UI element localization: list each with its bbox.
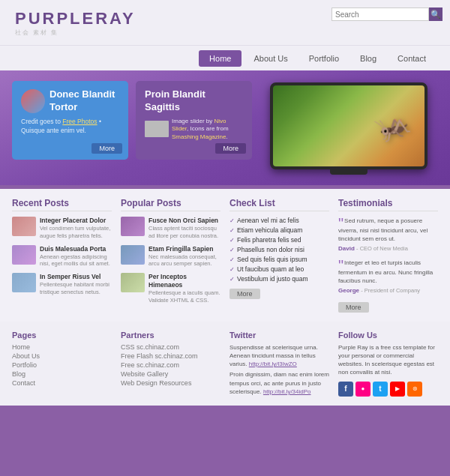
pop-1-text: Class aptent taciti sociosqu ad litore p… [148, 225, 220, 240]
tv-frame: 🦗 [270, 82, 428, 169]
check-item-4: ✓Phasellus non dolor nisi [230, 246, 329, 253]
twitter-text-2: Proin dignissim, diam nac enim lorem tem… [230, 370, 329, 396]
hero-card-2: Proin Blandit Sagittis Image slider by N… [136, 81, 252, 160]
footer-page-blog[interactable]: Blog [12, 370, 112, 378]
footer-pages: Pages Home About Us Portfolio Blog Conta… [12, 331, 112, 397]
logo-sub: 社会 素材 集 [15, 28, 136, 37]
twitter-icon[interactable]: t [373, 382, 388, 397]
footer-twitter-title: Twitter [230, 331, 329, 340]
checklist-title: Check List [230, 198, 329, 211]
post-1-text: Vel condimen tum vulputate, augue felis … [40, 225, 112, 240]
hero-card-2-thumb [145, 121, 169, 137]
nav-item-blog[interactable]: Blog [351, 50, 386, 67]
footer-partner-1[interactable]: CSS sc.chinaz.com [121, 343, 220, 351]
twitter-text-1: Suspendisse at scelerisque urna. Aenean … [230, 343, 329, 369]
footer-page-home[interactable]: Home [12, 343, 112, 351]
hero-card-2-text: Image slider by Nivo Slider, Icons are f… [172, 118, 243, 141]
checklist-more-button[interactable]: More [230, 289, 260, 299]
nav-item-home[interactable]: Home [199, 50, 242, 67]
hero-tv: 🦗 [260, 81, 438, 175]
recent-posts-section: Recent Posts Integer Placerat DolorVel c… [12, 198, 112, 313]
popular-post-3: Per Inceptos HimenaeosPellentesque a iac… [121, 273, 220, 304]
check-icon-6: ✓ [230, 266, 235, 273]
logo-area: PURPLERAY 社会 素材 集 [15, 9, 136, 37]
search-input[interactable] [332, 7, 429, 21]
logo-text: PURPLERAY [15, 9, 136, 28]
nav-item-about[interactable]: About Us [244, 50, 296, 67]
middle-section: Recent Posts Integer Placerat DolorVel c… [0, 189, 450, 322]
popular-post-2: Etam Fringilla SapienNec malesuada conse… [121, 245, 220, 268]
flickr-icon[interactable]: ● [356, 382, 370, 397]
tv-stand [330, 169, 368, 175]
check-icon-5: ✓ [230, 256, 235, 263]
testimonial-1: "Sed rutrum, neque a posuere viverra, ni… [338, 217, 438, 253]
hero-card-1-text: Credit goes to Free Photos • Quisque ant… [21, 118, 119, 136]
testimonial-1-author: David [338, 245, 355, 252]
popular-posts-section: Popular Posts Fusce Non Orci SapienClass… [121, 198, 220, 313]
recent-post-1: Integer Placerat DolorVel condimen tum v… [12, 217, 112, 240]
youtube-icon[interactable]: ▶ [390, 382, 405, 397]
testimonials-title: Testimonials [338, 198, 438, 211]
nav-item-contact[interactable]: Contact [388, 50, 435, 67]
recent-post-3: In Semper Risus VelPellentesque habitant… [12, 273, 112, 296]
post-1-title: Integer Placerat Dolor [40, 217, 112, 225]
testimonial-1-role: - CEO of New Media [356, 245, 408, 252]
pop-1-thumb [121, 217, 145, 236]
footer-page-contact[interactable]: Contact [12, 379, 112, 387]
navbar: Home About Us Portfolio Blog Contact [0, 45, 450, 70]
nav-item-portfolio[interactable]: Portfolio [300, 50, 348, 67]
pop-1-title: Fusce Non Orci Sapien [148, 217, 220, 225]
hero-card-1-more[interactable]: More [92, 143, 122, 154]
check-icon-2: ✓ [230, 227, 235, 234]
footer-partner-5[interactable]: Web Design Resources [121, 379, 220, 387]
footer-partners-title: Partners [121, 331, 220, 340]
footer-page-portfolio[interactable]: Portfolio [12, 361, 112, 369]
footer-pages-title: Pages [12, 331, 112, 340]
rss-icon[interactable]: ⊛ [407, 382, 422, 397]
footer-twitter: Twitter Suspendisse at scelerisque urna.… [230, 331, 329, 397]
twitter-link-2[interactable]: http://bit.ly/34idPo [263, 388, 311, 395]
post-2-title: Duis Malesuada Porta [40, 245, 112, 253]
testimonials-more-button[interactable]: More [338, 302, 369, 313]
hero-card-1-title: Donec Blandit Tortor [50, 88, 119, 114]
footer-partner-4[interactable]: Website Gallery [121, 370, 220, 378]
footer-columns: Pages Home About Us Portfolio Blog Conta… [12, 331, 438, 397]
popular-posts-title: Popular Posts [121, 198, 220, 211]
pop-2-title: Etam Fringilla Sapien [148, 245, 220, 253]
footer-partners: Partners CSS sc.chinaz.com Free Flash sc… [121, 331, 220, 397]
check-item-7: ✓Vestibulum id justo quam [230, 275, 329, 283]
search-bar: 🔍 [332, 7, 442, 21]
footer-partner-2[interactable]: Free Flash sc.chinaz.com [121, 352, 220, 360]
search-button[interactable]: 🔍 [429, 7, 442, 21]
footer-follow: Follow Us Purple Ray is a free css templ… [338, 331, 438, 397]
facebook-icon[interactable]: f [338, 382, 353, 397]
hero-card-2-title: Proin Blandit Sagittis [145, 88, 243, 114]
footer: Pages Home About Us Portfolio Blog Conta… [0, 322, 450, 406]
check-icon-3: ✓ [230, 237, 235, 244]
hero-card-2-more[interactable]: More [215, 143, 246, 154]
check-item-5: ✓Sed quis felis quis ipsum [230, 256, 329, 263]
check-item-2: ✓Etiam vehicula aliquam [230, 226, 329, 234]
footer-follow-text: Purple Ray is a free css template for yo… [338, 343, 438, 377]
recent-posts-title: Recent Posts [12, 198, 112, 211]
hero-card-1-icon [21, 89, 45, 113]
testimonials-section: Testimonials "Sed rutrum, neque a posuer… [338, 198, 438, 313]
testimonial-2-role: - President of Company [361, 287, 420, 294]
pop-3-text: Pellentesque a iaculis quam. Validate XH… [148, 289, 220, 304]
check-icon-4: ✓ [230, 247, 235, 253]
post-3-title: In Semper Risus Vel [40, 273, 112, 281]
recent-post-2: Duis Malesuada PortaAenean egestas adipi… [12, 245, 112, 268]
footer-follow-title: Follow Us [338, 331, 438, 340]
check-item-6: ✓Ut faucibus quam at leo [230, 265, 329, 273]
twitter-link-1[interactable]: http://bit.ly/l3IwZO [249, 361, 297, 367]
check-icon-7: ✓ [230, 276, 235, 283]
hero-section: Donec Blandit Tortor Credit goes to Free… [0, 70, 450, 185]
pop-3-title: Per Inceptos Himenaeos [148, 273, 220, 289]
post-1-thumb [12, 217, 36, 236]
dragonfly-icon: 🦗 [371, 106, 414, 147]
post-3-text: Pellentesque habitant morbi tristique se… [40, 281, 112, 296]
footer-partner-3[interactable]: Free sc.chinaz.com [121, 361, 220, 369]
footer-page-about[interactable]: About Us [12, 352, 112, 360]
pop-2-thumb [121, 245, 145, 265]
testimonial-2-author: George [338, 287, 359, 294]
